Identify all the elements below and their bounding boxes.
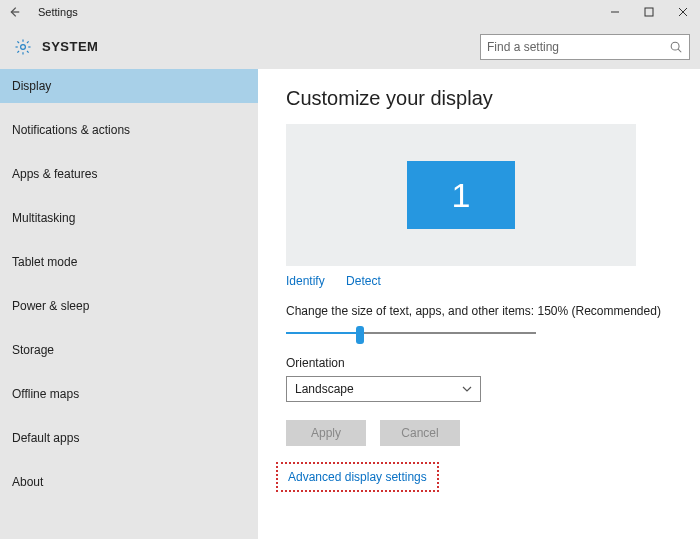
window-title: Settings	[28, 6, 78, 18]
advanced-highlight-box: Advanced display settings	[276, 462, 439, 492]
minimize-icon	[610, 7, 620, 17]
slider-fill	[286, 332, 360, 334]
sidebar-item-notifications[interactable]: Notifications & actions	[0, 113, 258, 147]
header: SYSTEM Find a setting	[0, 24, 700, 69]
button-label: Cancel	[401, 426, 438, 440]
gear-icon	[14, 38, 32, 56]
svg-line-14	[678, 49, 681, 52]
close-icon	[678, 7, 688, 17]
scale-label: Change the size of text, apps, and other…	[286, 304, 672, 318]
svg-line-11	[17, 50, 19, 52]
monitor-1[interactable]: 1	[407, 161, 515, 229]
scale-slider[interactable]	[286, 326, 536, 340]
sidebar-item-label: Power & sleep	[12, 299, 89, 313]
search-placeholder: Find a setting	[487, 40, 669, 54]
sidebar-item-apps[interactable]: Apps & features	[0, 157, 258, 191]
svg-point-4	[21, 44, 26, 49]
sidebar: Display Notifications & actions Apps & f…	[0, 69, 258, 539]
sidebar-item-label: About	[12, 475, 43, 489]
svg-line-12	[27, 41, 29, 43]
titlebar: Settings	[0, 0, 700, 24]
back-arrow-icon	[7, 5, 21, 19]
slider-thumb[interactable]	[356, 326, 364, 344]
monitor-label: 1	[452, 176, 471, 215]
display-links: Identify Detect	[286, 274, 672, 288]
sidebar-item-label: Storage	[12, 343, 54, 357]
close-button[interactable]	[666, 0, 700, 24]
svg-line-9	[17, 41, 19, 43]
minimize-button[interactable]	[598, 0, 632, 24]
identify-link[interactable]: Identify	[286, 274, 325, 288]
svg-rect-1	[645, 8, 653, 16]
svg-point-13	[671, 42, 679, 50]
window-controls	[598, 0, 700, 24]
sidebar-item-default-apps[interactable]: Default apps	[0, 421, 258, 455]
chevron-down-icon	[462, 384, 472, 394]
cancel-button[interactable]: Cancel	[380, 420, 460, 446]
sidebar-item-multitasking[interactable]: Multitasking	[0, 201, 258, 235]
sidebar-item-tablet[interactable]: Tablet mode	[0, 245, 258, 279]
maximize-icon	[644, 7, 654, 17]
sidebar-item-label: Apps & features	[12, 167, 97, 181]
detect-link[interactable]: Detect	[346, 274, 381, 288]
search-input[interactable]: Find a setting	[480, 34, 690, 60]
monitor-preview-area[interactable]: 1	[286, 124, 636, 266]
page-heading: Customize your display	[286, 87, 672, 110]
maximize-button[interactable]	[632, 0, 666, 24]
button-row: Apply Cancel	[286, 420, 672, 446]
sidebar-item-power[interactable]: Power & sleep	[0, 289, 258, 323]
sidebar-item-offline-maps[interactable]: Offline maps	[0, 377, 258, 411]
sidebar-item-label: Notifications & actions	[12, 123, 130, 137]
orientation-value: Landscape	[295, 382, 354, 396]
sidebar-item-label: Default apps	[12, 431, 79, 445]
orientation-label: Orientation	[286, 356, 672, 370]
sidebar-item-about[interactable]: About	[0, 465, 258, 499]
advanced-display-settings-link[interactable]: Advanced display settings	[288, 470, 427, 484]
button-label: Apply	[311, 426, 341, 440]
content-pane: Customize your display 1 Identify Detect…	[258, 69, 700, 539]
back-button[interactable]	[0, 5, 28, 19]
apply-button[interactable]: Apply	[286, 420, 366, 446]
sidebar-item-label: Offline maps	[12, 387, 79, 401]
sidebar-item-label: Multitasking	[12, 211, 75, 225]
header-title: SYSTEM	[42, 39, 98, 54]
orientation-dropdown[interactable]: Landscape	[286, 376, 481, 402]
search-icon	[669, 40, 683, 54]
sidebar-item-label: Tablet mode	[12, 255, 77, 269]
svg-line-10	[27, 50, 29, 52]
sidebar-item-storage[interactable]: Storage	[0, 333, 258, 367]
sidebar-item-display[interactable]: Display	[0, 69, 258, 103]
sidebar-item-label: Display	[12, 79, 51, 93]
